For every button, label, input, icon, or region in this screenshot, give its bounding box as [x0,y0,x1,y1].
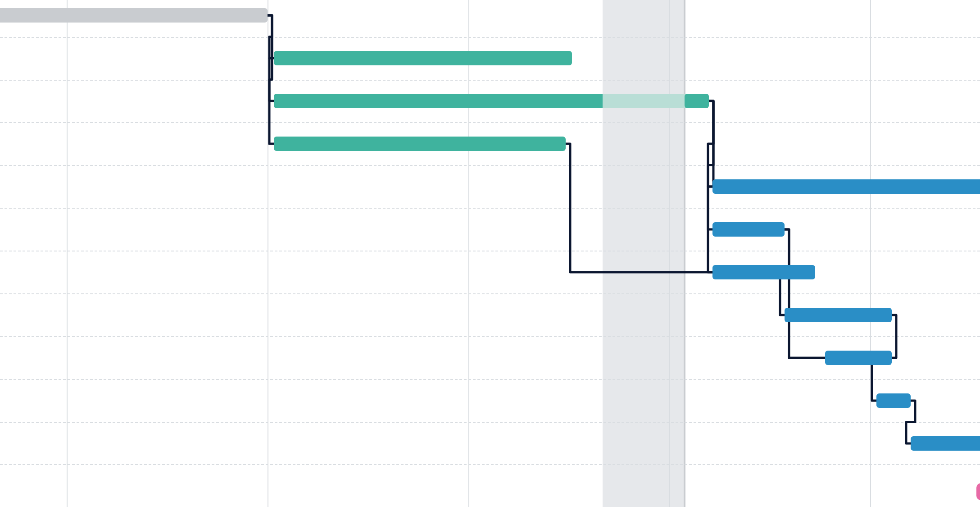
row-separator [0,208,980,209]
row-separator [0,379,980,380]
vertical-gridline [67,0,68,507]
task-bar[interactable] [785,308,892,322]
task-bar[interactable] [0,8,268,23]
gantt-chart[interactable] [0,0,980,507]
dependency-layer [0,0,980,507]
row-separator [0,122,980,123]
row-separator [0,293,980,294]
task-bar[interactable] [274,137,566,151]
vertical-gridline [268,0,268,507]
row-separator [0,37,980,38]
task-bar[interactable] [712,179,980,194]
weekend-shade [603,0,685,507]
vertical-gridline [870,0,871,507]
row-separator [0,464,980,465]
row-separator [0,422,980,423]
row-separator [0,165,980,166]
task-bar[interactable] [274,94,603,108]
task-bar[interactable] [685,94,709,108]
row-separator [0,336,980,337]
task-bar[interactable] [274,51,572,65]
task-bar[interactable] [825,351,892,365]
row-separator [0,251,980,251]
row-separator [0,80,980,81]
weekend-shade-right-edge [684,0,685,507]
vertical-gridline [468,0,469,507]
dependency-connector [268,15,274,101]
dependency-connector [708,101,713,187]
vertical-gridline [669,0,670,507]
task-bar[interactable] [712,222,785,237]
edge-marker [976,483,980,500]
task-bar[interactable] [876,393,911,408]
task-bar[interactable] [712,265,815,279]
task-bar[interactable] [911,436,980,451]
